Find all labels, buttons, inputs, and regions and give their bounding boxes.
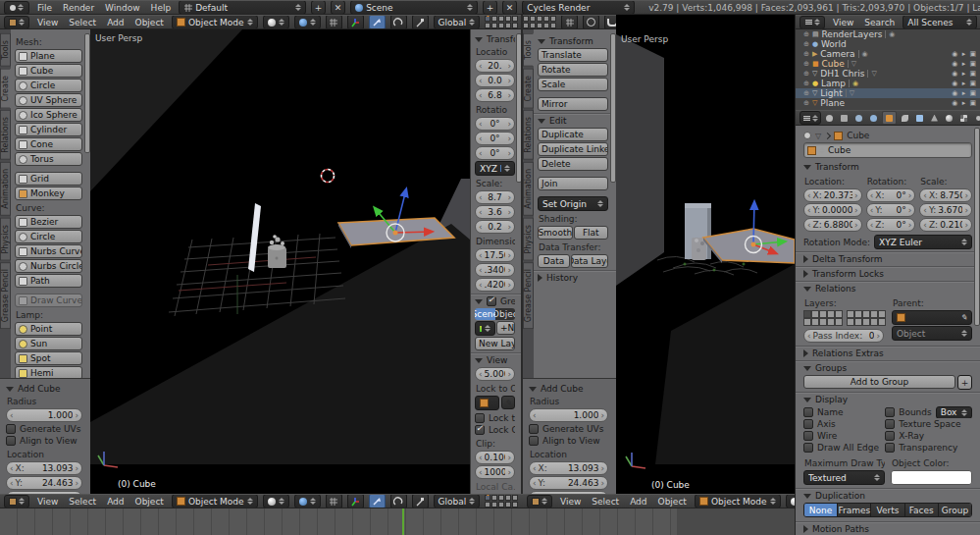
outliner-row-lamp[interactable]: ⊕●Lamp◉◉ ▸ ▣ (796, 79, 980, 88)
join-button[interactable]: Join (538, 177, 608, 190)
layers-grid-left[interactable] (485, 16, 518, 28)
expander-icon[interactable]: ⊕ (803, 70, 809, 78)
visibility-icons[interactable]: ◉ ▸ ▣ (952, 60, 977, 68)
shade-smooth-button[interactable]: Smooth (538, 226, 573, 240)
tab-relations[interactable]: Relations (0, 110, 11, 160)
tab-tools[interactable]: Tools (523, 33, 534, 67)
screen-layout-selector[interactable]: Default (179, 0, 306, 15)
outliner-row-dh1-chris[interactable]: ⊕▽DH1 Chris▽◉ ▸ ▣ (796, 69, 980, 79)
outliner-row-renderlayers[interactable]: ⊕▤RenderLayers◉ (796, 29, 980, 39)
menu-object[interactable]: Object (132, 18, 167, 27)
grease-pencil-panel-header[interactable]: Grease… (475, 296, 515, 306)
duplication-frames-button[interactable]: Frames (838, 504, 871, 516)
lock-camera-checkbox[interactable]: Lock Ca (475, 424, 515, 436)
scene-selector[interactable]: Scene (350, 0, 478, 15)
duplication-verts-button[interactable]: Verts (871, 504, 904, 516)
add-cube-panel-header[interactable]: Add Cube (6, 384, 82, 394)
delete-scene-button[interactable]: ✕ (502, 0, 517, 15)
display-texture-space-checkbox[interactable]: Texture Space (885, 418, 972, 430)
delete-button[interactable]: Delete (538, 157, 608, 171)
add-cube-panel-header[interactable]: Add Cube (529, 384, 608, 394)
tab-grease-pencil[interactable]: Grease Pencil (523, 262, 534, 329)
properties-scrollbar[interactable] (974, 128, 980, 326)
object-layers-grid-left[interactable] (803, 310, 843, 326)
location-x-field[interactable]: X:13.093 (529, 461, 608, 475)
view-panel-header[interactable]: View (475, 355, 515, 365)
menu-add[interactable]: Add (104, 497, 127, 507)
location-y-field[interactable]: Y:24.463 (6, 476, 82, 490)
outliner-row-plane[interactable]: ⊕▽Plane◉ ▸ ▣ (796, 98, 980, 108)
maximum-draw-type-selector[interactable]: Textured (803, 470, 885, 485)
expander-icon[interactable]: ⊕ (803, 89, 809, 97)
menu-window[interactable]: Window (102, 3, 143, 13)
clip-end-field[interactable]: 1000.0 (475, 465, 515, 479)
display-name-checkbox[interactable]: Name (803, 406, 879, 418)
visibility-icons[interactable]: ◉ ▸ ▣ (952, 80, 977, 87)
tab-object[interactable] (882, 111, 897, 125)
add-bezier-button[interactable]: Bezier (15, 215, 82, 229)
loc-y-field[interactable]: Y:0.00000 (803, 203, 862, 217)
scale-manipulator-button[interactable] (412, 15, 429, 29)
grease-pencil-checkbox[interactable] (487, 296, 496, 306)
add-monkey-button[interactable]: Monkey (15, 187, 82, 200)
expander-icon[interactable]: ⊕ (803, 60, 809, 68)
menu-view[interactable]: View (34, 18, 61, 27)
lock-object-field[interactable] (475, 396, 499, 410)
add-nurbs-circle-button[interactable]: Nurbs Circle (15, 259, 82, 273)
loc-z-field[interactable]: Z:6.88000 (803, 218, 862, 232)
menu-view[interactable]: View (34, 497, 61, 507)
viewport-left-canvas[interactable]: User Persp (0) Cube (90, 29, 470, 494)
scale-manipulator-button[interactable] (412, 494, 429, 508)
translate-manipulator-button[interactable] (369, 494, 386, 508)
rotate-button[interactable]: Rotate (538, 63, 608, 77)
display-xray-checkbox[interactable]: X-Ray (885, 430, 972, 442)
expander-icon[interactable]: ⊕ (803, 99, 809, 107)
add-scene-button[interactable]: + (483, 0, 497, 15)
pivot-center-selector[interactable] (294, 494, 321, 508)
outliner-row-cube[interactable]: ⊕■Cube▽◉ ▸ ▣ (796, 59, 980, 69)
duplication-faces-button[interactable]: Faces (905, 504, 939, 516)
add-cone-button[interactable]: Cone (15, 137, 82, 151)
add-sun-lamp-button[interactable]: Sun (15, 337, 82, 350)
pin-icon[interactable] (803, 132, 811, 139)
delta-transform-panel-header[interactable]: Delta Transform (803, 254, 972, 264)
tab-animation[interactable]: Animation (523, 162, 534, 216)
translate-manipulator-button[interactable] (369, 15, 386, 29)
scale-button[interactable]: Scale (538, 78, 608, 91)
transform-panel-header[interactable]: Transform (803, 162, 972, 172)
rotation-z-field[interactable]: 0° (475, 146, 515, 160)
location-y-field[interactable]: Y:24.463 (529, 476, 608, 490)
viewport-shading-selector[interactable] (786, 494, 795, 508)
visibility-icons[interactable]: ◉ ▸ ▣ (952, 89, 977, 97)
tab-render-layers[interactable] (838, 112, 851, 124)
pivot-align-toggle[interactable] (326, 15, 342, 29)
delete-layout-button[interactable]: ✕ (331, 0, 345, 15)
rot-z-field[interactable]: Z:0° (866, 218, 916, 232)
menu-select[interactable]: Select (66, 497, 99, 507)
expander-icon[interactable]: ⊕ (803, 50, 809, 58)
draw-curve-button[interactable]: Draw Curve (15, 294, 82, 307)
scale-z-field[interactable]: 0.2 (475, 220, 515, 234)
tab-tools[interactable]: Tools (0, 33, 11, 67)
menu-render[interactable]: Render (60, 3, 97, 13)
viewport-shading-selector[interactable] (263, 494, 289, 508)
mirror-button[interactable]: Mirror (538, 97, 608, 111)
duplicate-button[interactable]: Duplicate (538, 128, 608, 141)
tab-create[interactable]: Create (0, 69, 11, 109)
generate-uvs-checkbox[interactable]: Generate UVs (6, 423, 82, 435)
display-bounds-checkbox[interactable]: BoundsBox (885, 406, 972, 418)
data-transfer-button[interactable]: Data (538, 254, 570, 268)
gp-layer-selector[interactable] (475, 321, 495, 336)
align-to-view-checkbox[interactable]: Align to View (529, 435, 608, 447)
transform-panel-header[interactable]: Transform (538, 36, 608, 46)
expander-icon[interactable]: ⊕ (803, 40, 809, 48)
add-path-button[interactable]: Path (15, 274, 82, 288)
scale-z-field[interactable]: Z:0.210 (919, 218, 972, 232)
editor-type-button[interactable] (527, 495, 552, 508)
tab-create[interactable]: Create (523, 69, 534, 109)
rot-x-field[interactable]: X:0° (866, 188, 916, 202)
menu-object[interactable]: Object (655, 497, 690, 507)
menu-select[interactable]: Select (66, 18, 99, 27)
expander-icon[interactable]: ⊕ (803, 80, 809, 87)
viewport-shading-selector[interactable] (263, 15, 289, 29)
